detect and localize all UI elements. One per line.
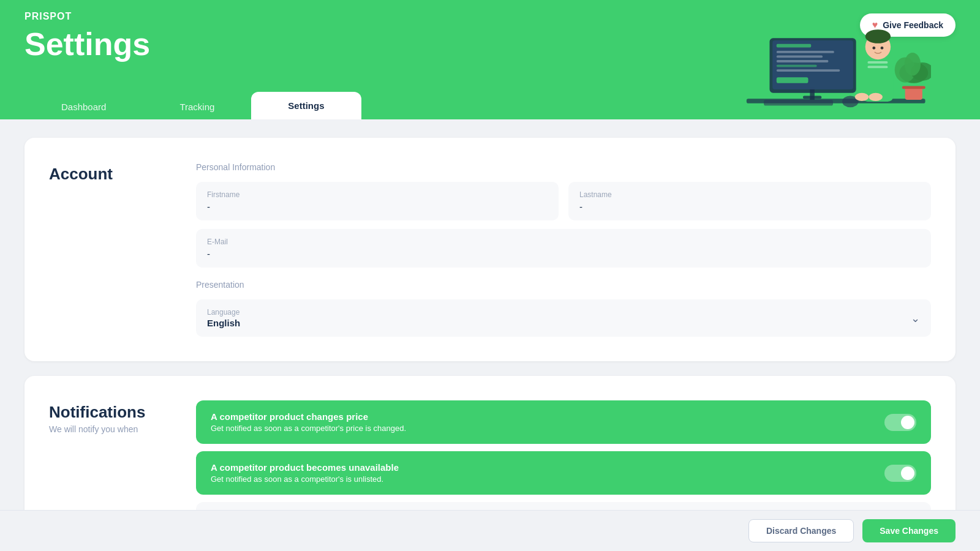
svg-rect-12 bbox=[764, 100, 833, 105]
header-illustration bbox=[735, 3, 931, 119]
svg-rect-25 bbox=[902, 86, 925, 89]
notification-item-unavailable: A competitor product becomes unavailable… bbox=[196, 451, 931, 495]
personal-info-title: Personal Information bbox=[196, 162, 931, 172]
name-row: Firstname - Lastname - bbox=[196, 182, 931, 220]
firstname-field[interactable]: Firstname - bbox=[196, 182, 559, 220]
presentation-title: Presentation bbox=[196, 280, 931, 290]
lastname-field[interactable]: Lastname - bbox=[568, 182, 931, 220]
svg-rect-11 bbox=[777, 77, 809, 83]
main-content: Account Personal Information Firstname -… bbox=[0, 119, 980, 551]
email-value: - bbox=[207, 249, 920, 259]
firstname-value: - bbox=[207, 201, 548, 212]
svg-rect-20 bbox=[867, 66, 888, 69]
email-label: E-Mail bbox=[207, 238, 920, 246]
chevron-down-icon: ⌄ bbox=[911, 312, 920, 325]
language-select-inner: Language English bbox=[207, 308, 240, 328]
svg-point-29 bbox=[905, 53, 921, 76]
notif-desc-unavailable: Get notified as soon as a competitor's i… bbox=[211, 474, 399, 484]
notification-item-price-change: A competitor product changes price Get n… bbox=[196, 400, 931, 444]
svg-rect-7 bbox=[777, 56, 823, 58]
svg-rect-8 bbox=[777, 60, 829, 62]
svg-rect-6 bbox=[777, 51, 834, 53]
account-label: Account bbox=[49, 162, 159, 337]
svg-point-17 bbox=[872, 47, 875, 50]
firstname-label: Firstname bbox=[207, 190, 548, 199]
notif-text-price-change: A competitor product changes price Get n… bbox=[211, 411, 406, 433]
toggle-knob-price-change bbox=[901, 416, 914, 429]
header: PRISPOT Settings ♥ Give Feedback Dashboa… bbox=[0, 0, 980, 119]
language-value: English bbox=[207, 318, 240, 328]
save-changes-button[interactable]: Save Changes bbox=[862, 519, 956, 542]
language-select[interactable]: Language English ⌄ bbox=[196, 299, 931, 337]
svg-rect-2 bbox=[803, 96, 821, 99]
email-row: E-Mail - bbox=[196, 229, 931, 268]
svg-point-16 bbox=[865, 29, 891, 43]
tab-tracking[interactable]: Tracking bbox=[143, 94, 251, 119]
notif-title-price-change: A competitor product changes price bbox=[211, 411, 406, 422]
footer: Discard Changes Save Changes bbox=[0, 510, 980, 551]
toggle-price-change[interactable] bbox=[884, 414, 916, 431]
svg-rect-24 bbox=[905, 87, 922, 100]
notif-text-unavailable: A competitor product becomes unavailable… bbox=[211, 462, 399, 484]
tab-settings[interactable]: Settings bbox=[251, 92, 361, 119]
account-card: Account Personal Information Firstname -… bbox=[24, 138, 956, 361]
tab-dashboard[interactable]: Dashboard bbox=[24, 94, 143, 119]
toggle-unavailable[interactable] bbox=[884, 465, 916, 482]
toggle-knob-unavailable bbox=[901, 467, 914, 480]
svg-point-18 bbox=[881, 47, 884, 50]
svg-rect-5 bbox=[777, 44, 811, 48]
svg-rect-19 bbox=[867, 61, 888, 64]
svg-rect-10 bbox=[777, 69, 840, 72]
notif-title-unavailable: A competitor product becomes unavailable bbox=[211, 462, 399, 473]
lastname-value: - bbox=[579, 201, 920, 212]
email-field[interactable]: E-Mail - bbox=[196, 229, 931, 268]
discard-changes-button[interactable]: Discard Changes bbox=[748, 519, 854, 542]
account-content: Personal Information Firstname - Lastnam… bbox=[196, 162, 931, 337]
language-label: Language bbox=[207, 308, 240, 317]
lastname-label: Lastname bbox=[579, 190, 920, 199]
svg-rect-9 bbox=[777, 65, 817, 67]
presentation-section: Presentation Language English ⌄ bbox=[196, 280, 931, 337]
svg-point-23 bbox=[869, 93, 883, 101]
notif-desc-price-change: Get notified as soon as a competitor's p… bbox=[211, 424, 406, 433]
logo-text: PRISPOT bbox=[24, 11, 72, 22]
nav-tabs: Dashboard Tracking Settings bbox=[24, 92, 361, 119]
svg-point-22 bbox=[855, 93, 869, 101]
